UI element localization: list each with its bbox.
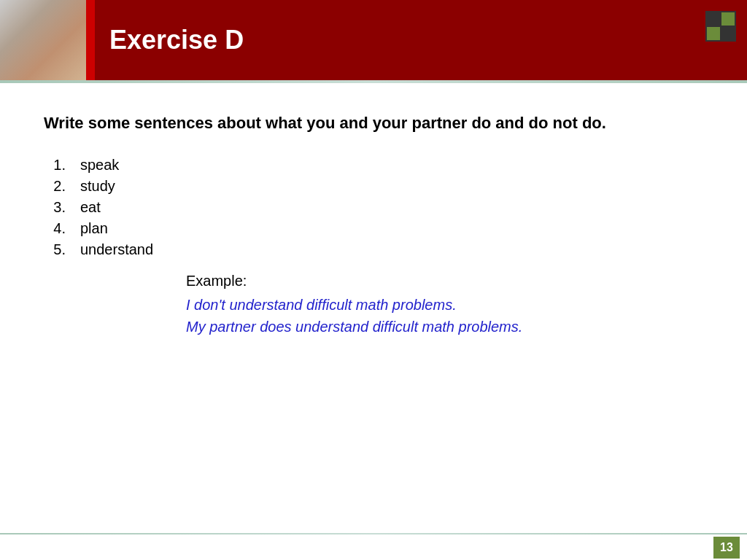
- list-word-2: study: [80, 178, 115, 195]
- list-word-3: eat: [80, 199, 101, 216]
- list-number-4: 4.: [44, 220, 80, 237]
- decorative-image: [0, 0, 95, 80]
- main-content: Write some sentences about what you and …: [0, 83, 747, 359]
- list-word-4: plan: [80, 220, 108, 237]
- page-title: Exercise D: [109, 25, 244, 55]
- example-line-2: My partner does understand difficult mat…: [186, 316, 703, 338]
- logo: [705, 11, 736, 42]
- header-title-area: Exercise D: [95, 25, 747, 55]
- list-item: 4. plan: [44, 220, 703, 237]
- list-number-1: 1.: [44, 157, 80, 174]
- page-number: 13: [713, 537, 740, 559]
- list-item: 5. understand: [44, 241, 703, 258]
- logo-cell-3: [707, 27, 720, 40]
- header-image: [0, 0, 95, 80]
- header: Exercise D: [0, 0, 747, 80]
- logo-cell-4: [721, 27, 735, 40]
- list-number-5: 5.: [44, 241, 80, 258]
- list-word-5: understand: [80, 241, 153, 258]
- red-accent-bar: [86, 0, 95, 80]
- logo-grid: [705, 11, 736, 42]
- list-number-2: 2.: [44, 178, 80, 195]
- example-text: I don't understand difficult math proble…: [186, 294, 703, 338]
- list-word-1: speak: [80, 157, 119, 174]
- list-number-3: 3.: [44, 199, 80, 216]
- list-item: 2. study: [44, 178, 703, 195]
- logo-cell-2: [721, 12, 735, 26]
- list-item: 1. speak: [44, 157, 703, 174]
- logo-cell-1: [707, 12, 720, 26]
- instructions-text: Write some sentences about what you and …: [44, 112, 703, 135]
- example-label: Example:: [186, 273, 703, 289]
- footer: 13: [0, 534, 747, 560]
- list-item: 3. eat: [44, 199, 703, 216]
- example-line-1: I don't understand difficult math proble…: [186, 294, 703, 316]
- example-section: Example: I don't understand difficult ma…: [186, 273, 703, 338]
- exercise-list: 1. speak 2. study 3. eat 4. plan 5. unde…: [44, 157, 703, 258]
